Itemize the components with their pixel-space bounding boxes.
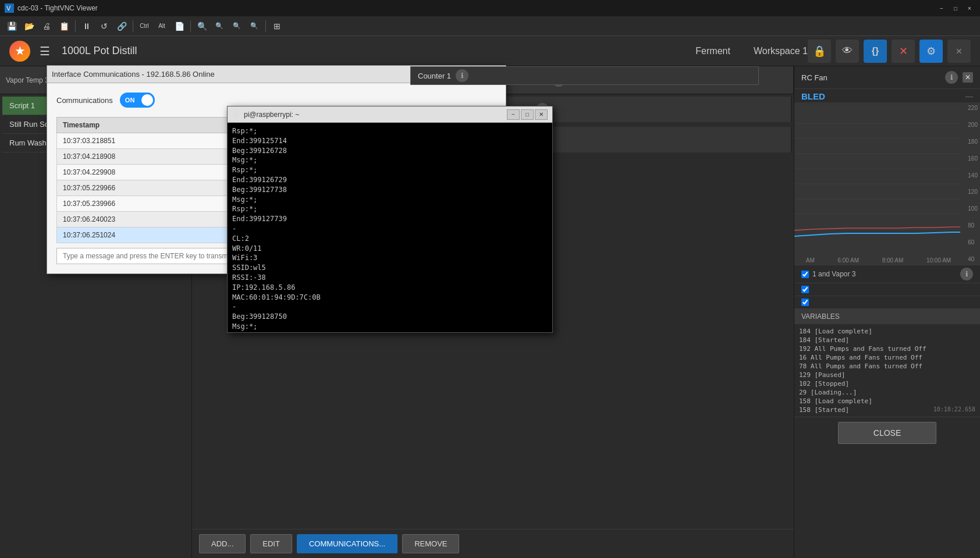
sensor-1-check[interactable]	[801, 271, 809, 278]
close-header-btn[interactable]: ✕	[947, 40, 971, 63]
app-header: ★ ☰ 1000L Pot Distill Ferment Workspace …	[0, 36, 980, 66]
log-line-8: 158 [Load complete]	[799, 397, 975, 406]
terminal-minimize-btn[interactable]: −	[507, 109, 520, 120]
comm-toggle[interactable]: ON	[120, 93, 155, 108]
toolbar-open[interactable]: 📂	[21, 19, 37, 34]
term-line-12: WR:0/11	[232, 244, 548, 254]
dialog-titlebar: Interface Communications - 192.168.5.86 …	[47, 66, 506, 83]
toolbar-link[interactable]: 🔗	[113, 19, 130, 34]
window-title: cdc-03 - TightVNC Viewer	[17, 4, 936, 12]
svg-text:V: V	[6, 5, 11, 12]
y-label-220: 220	[968, 105, 978, 111]
term-line-13: WiFi:3	[232, 253, 548, 263]
toolbar-zoom-out[interactable]: 🔍	[211, 19, 228, 34]
toolbar-save[interactable]: 💾	[3, 19, 20, 34]
term-line-2: Beg:399126728	[232, 146, 548, 156]
log-line-9: 158 [Started] 10:18:22.658	[799, 406, 975, 414]
y-label-80: 80	[968, 222, 978, 229]
app-icon: V	[5, 3, 14, 13]
hamburger-menu[interactable]: ☰	[40, 44, 50, 58]
sensor-tile-cooldown[interactable]: CoolDownTimer ○	[493, 66, 794, 94]
dialog-maximize-btn[interactable]: □	[474, 69, 487, 80]
terminal-window[interactable]: 🖥 pi@raspberrypi: ~ − □ ✕ Rsp:*; End:399…	[227, 106, 553, 333]
toolbar: 💾 📂 🖨 📋 ⏸ ↺ 🔗 Ctrl Alt 📄 🔍 🔍 🔍 🔍 ⊞	[0, 16, 980, 36]
toolbar-print[interactable]: 🖨	[38, 19, 55, 34]
add-button[interactable]: ADD...	[199, 534, 246, 553]
term-line-4: Rsp:*;	[232, 165, 548, 175]
rc-fan-dismiss[interactable]: ✕	[963, 72, 973, 83]
rc-fan-info-btn[interactable]: ℹ	[945, 71, 958, 84]
terminal-body: Rsp:*; End:399125714 Beg:399126728 Msg:*…	[228, 123, 552, 332]
chart-time-labels: AM 6:00 AM 8:00 AM 10:00 AM	[794, 257, 963, 264]
eye-icon-btn[interactable]: 👁	[836, 40, 859, 63]
sensor-3-check[interactable]	[801, 298, 809, 306]
right-panel: RC Fan ℹ ✕ BLED ---- 220 200 180 160 140…	[794, 66, 980, 558]
nav-workspace[interactable]: Workspace 1	[754, 46, 808, 56]
toolbar-doc[interactable]: 📄	[171, 19, 187, 34]
minimize-button[interactable]: −	[936, 3, 947, 13]
app-title: 1000L Pot Distill	[62, 45, 695, 57]
toolbar-grid[interactable]: ⊞	[269, 19, 285, 34]
gear-icon-btn[interactable]: ⚙	[919, 40, 943, 63]
y-label-40: 40	[968, 256, 978, 262]
term-line-20: Msg:*;	[232, 322, 548, 332]
term-line-18: -	[232, 302, 548, 312]
variables-log: 184 [Load complete] 184 [Started] 192 Al…	[794, 325, 980, 417]
sensor-1-info[interactable]: ℹ	[960, 268, 973, 280]
toolbar-alt[interactable]: Alt	[154, 19, 170, 34]
term-line-8: Rsp:*;	[232, 204, 548, 214]
sensor-2-check[interactable]	[801, 286, 809, 293]
close-button[interactable]: CLOSE	[838, 422, 936, 444]
toolbar-pause[interactable]: ⏸	[79, 19, 95, 34]
dialog-close-btn[interactable]: ✕	[488, 69, 501, 80]
dialog-minimize-btn[interactable]: −	[460, 69, 473, 80]
log-line-5: 129 [Paused]	[799, 371, 975, 379]
y-label-200: 200	[968, 122, 978, 128]
terminal-title: pi@raspberrypi: ~	[244, 111, 506, 119]
term-line-9: End:399127739	[232, 214, 548, 224]
toolbar-ctrl[interactable]: Ctrl	[136, 19, 152, 34]
nav-ferment[interactable]: Ferment	[695, 46, 730, 56]
close-button[interactable]: ×	[964, 3, 975, 13]
y-label-180: 180	[968, 138, 978, 145]
lock-icon-btn[interactable]: 🔒	[808, 40, 831, 63]
log-line-4: 78 All Pumps and Fans turned Off	[799, 362, 975, 371]
toggle-on-label: ON	[125, 97, 135, 104]
toolbar-sep-2	[133, 20, 133, 32]
chart-area: 220 200 180 160 140 120 100 80 60 40	[794, 102, 980, 265]
stop-icon-btn[interactable]: ✕	[892, 40, 915, 63]
term-line-11: CL:2	[232, 234, 548, 244]
y-label-140: 140	[968, 172, 978, 179]
variables-header: VARIABLES	[794, 309, 980, 325]
term-line-0: Rsp:*;	[232, 126, 548, 136]
term-line-21: Rsp:*;	[232, 332, 548, 332]
terminal-icon: 🖥	[232, 110, 240, 119]
y-label-60: 60	[968, 239, 978, 246]
term-line-6: Beg:399127738	[232, 185, 548, 195]
toolbar-zoom-fit[interactable]: 🔍	[229, 19, 245, 34]
time-am: AM	[806, 257, 815, 264]
toolbar-zoom-full[interactable]: 🔍	[246, 19, 262, 34]
window-controls: − □ ×	[936, 3, 975, 13]
terminal-titlebar: 🖥 pi@raspberrypi: ~ − □ ✕	[228, 106, 552, 123]
communications-button[interactable]: COMMUNICATIONS...	[297, 534, 397, 553]
sensor-3-row	[794, 296, 980, 309]
toolbar-refresh[interactable]: ↺	[96, 19, 112, 34]
terminal-close-btn[interactable]: ✕	[535, 109, 548, 120]
remove-button[interactable]: REMOVE	[402, 534, 459, 553]
term-line-15: RSSI:-38	[232, 273, 548, 283]
toolbar-clipboard[interactable]: 📋	[56, 19, 72, 34]
y-label-120: 120	[968, 189, 978, 195]
log-line-6: 102 [Stopped]	[799, 379, 975, 388]
sensor-1-label: 1 and Vapor 3	[812, 270, 856, 278]
toolbar-zoom-in[interactable]: 🔍	[194, 19, 210, 34]
terminal-maximize-btn[interactable]: □	[521, 109, 534, 120]
toggle-knob	[141, 94, 153, 106]
time-10am: 10:00 AM	[926, 257, 951, 264]
code-icon-btn[interactable]: {}	[864, 40, 887, 63]
comm-label: Communications	[56, 96, 113, 105]
close-btn-row: CLOSE	[794, 417, 980, 449]
edit-button[interactable]: EDIT	[250, 534, 292, 553]
maximize-button[interactable]: □	[950, 3, 961, 13]
toolbar-sep-3	[190, 20, 191, 32]
